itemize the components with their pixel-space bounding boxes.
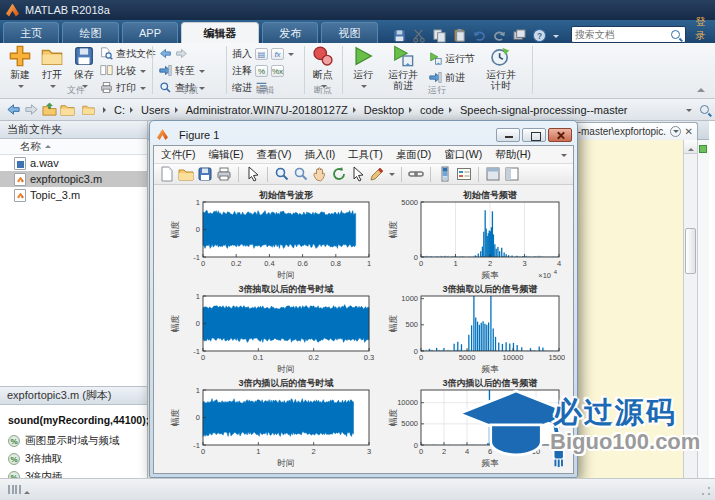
zoom-in-icon[interactable] [274,166,290,182]
menu-insert[interactable]: 插入(I) [304,148,335,162]
scroll-up-icon[interactable] [684,140,697,154]
undo-icon[interactable] [472,28,487,43]
code-analyzer-indicator[interactable] [699,145,707,153]
forward-icon[interactable] [175,47,188,60]
menu-edit[interactable]: 编辑(E) [208,148,243,162]
crumb-segment[interactable]: Users [141,104,170,116]
file-row-expfortopic3[interactable]: expfortopic3.m [0,171,147,187]
sign-in-link[interactable]: 登录 [696,15,715,43]
comment-icon[interactable]: % [255,65,268,77]
file-row-topic3[interactable]: Topic_3.m [0,187,147,203]
name-column-header[interactable]: 名称 [0,139,147,155]
up-folder-icon[interactable] [42,102,57,117]
back-icon[interactable] [159,47,172,60]
menu-desktop[interactable]: 桌面(D) [396,148,432,162]
compare-button[interactable]: 比较 [100,63,146,78]
scrollbar-thumb[interactable] [685,228,696,274]
tab-editor[interactable]: 编辑器 [181,22,259,43]
section-item[interactable]: % 画图显示时域与频域 [0,432,147,450]
figure-matlab-icon [157,129,168,140]
insert-legend-icon[interactable] [456,166,472,182]
search-icon[interactable] [671,30,680,39]
section-item[interactable]: % 3倍抽取 [0,450,147,468]
edit-plot-icon[interactable] [245,166,261,182]
svg-text:时间: 时间 [278,270,295,280]
tab-apps[interactable]: APP [122,22,178,43]
menu-file[interactable]: 文件(F) [161,148,195,162]
breadcrumb[interactable]: C: Users Administrator.WIN7U-20180127Z D… [82,103,685,116]
address-search-icon[interactable] [700,105,709,114]
group-label-file: 文件 [0,84,152,97]
open-icon [41,45,63,67]
crumb-segment[interactable]: code [420,104,444,116]
doc-search-input[interactable] [575,29,671,40]
crumb-segment[interactable]: Administrator.WIN7U-20180127Z [186,104,348,116]
menu-window[interactable]: 窗口(W) [444,148,482,162]
help-icon[interactable] [532,28,547,43]
pan-icon[interactable] [312,166,328,182]
browse-folder-icon[interactable] [60,102,75,117]
new-figure-icon[interactable] [159,166,175,182]
chart-subplot-4: 050001000015000050010003倍抽取以后的信号频谱频率幅度 [387,282,565,377]
data-cursor-icon[interactable] [350,166,366,182]
nav-forward-icon[interactable] [24,102,39,117]
menu-tools[interactable]: 工具(T) [348,148,382,162]
insert-row[interactable]: 插入 ▤ fx [232,46,294,61]
print-figure-icon[interactable] [216,166,232,182]
comment-row[interactable]: 注释 % %x [232,63,284,78]
show-plot-tools-icon[interactable] [504,166,520,182]
advance-button[interactable]: 前进 [429,70,465,85]
figure-minimize-button[interactable] [496,128,520,142]
figure-maximize-button[interactable] [522,128,546,142]
copy-icon[interactable] [432,28,447,43]
open-file-icon[interactable] [178,166,194,182]
figure-close-button[interactable] [548,128,572,142]
redo-icon[interactable] [492,28,507,43]
crumb-segment[interactable]: C: [114,104,125,116]
tab-plots[interactable]: 绘图 [62,22,118,43]
tab-actions-icon[interactable] [670,126,681,137]
uncomment-icon[interactable]: %x [271,65,284,77]
insert-fx-icon[interactable]: fx [271,48,284,60]
current-folder-header[interactable]: 当前文件夹 [0,121,147,139]
save-icon[interactable] [392,28,407,43]
menu-view[interactable]: 查看(V) [256,148,291,162]
file-row-awav[interactable]: a.wav [0,155,147,171]
nav-back-icon[interactable] [6,102,21,117]
status-caret-icon[interactable] [24,488,30,494]
menubar-overflow-icon[interactable] [561,154,567,160]
svg-text:4: 4 [557,259,561,268]
insert-section-icon[interactable]: ▤ [255,48,268,60]
collapse-ribbon-icon[interactable] [697,84,705,92]
details-header[interactable]: expfortopic3.m (脚本) [0,387,147,405]
run-section-button[interactable]: 运行节 [429,51,475,66]
resize-grip-icon[interactable] [701,486,711,496]
zoom-out-icon[interactable] [293,166,309,182]
goto-button[interactable]: 转至 [159,63,205,78]
title-bar[interactable]: MATLAB R2018a [0,0,715,20]
watermark-text-cn: 必过源码 [553,393,677,433]
watermark: 必过源码 Biguo100.com [455,377,713,477]
tab-view[interactable]: 视图 [321,22,377,43]
find-files-button[interactable]: 查找文件 [100,46,156,61]
hide-plot-tools-icon[interactable] [485,166,501,182]
tab-home[interactable]: 主页 [3,22,59,43]
insert-colorbar-icon[interactable] [437,166,453,182]
tab-close-icon[interactable]: ✕ [685,127,693,137]
toolbar-separator [430,167,431,182]
quick-access-dropdown-icon[interactable] [553,35,559,41]
menu-help[interactable]: 帮助(H) [495,148,531,162]
crumb-segment[interactable]: Speech-signal-processing--master [460,104,628,116]
brush-icon[interactable] [369,166,385,182]
link-plot-icon[interactable] [408,166,424,182]
save-figure-icon[interactable] [197,166,213,182]
cut-icon[interactable] [412,28,427,43]
paste-icon[interactable] [452,28,467,43]
brush-dropdown-icon[interactable] [389,173,395,179]
address-dropdown-icon[interactable] [686,109,692,115]
figure-title-bar[interactable]: Figure 1 [153,124,574,145]
rotate-3d-icon[interactable] [331,166,347,182]
tab-publish[interactable]: 发布 [262,22,318,43]
crumb-segment[interactable]: Desktop [364,104,404,116]
switch-window-icon[interactable] [512,28,527,43]
